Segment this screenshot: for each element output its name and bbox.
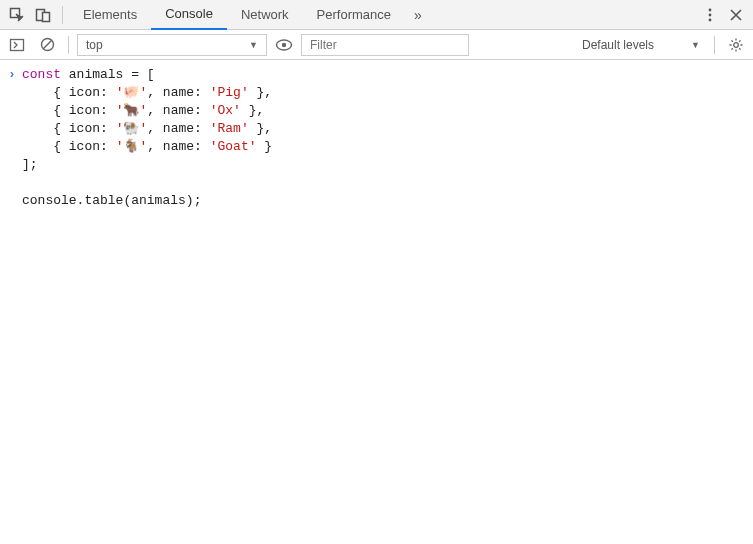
- svg-line-8: [43, 40, 51, 48]
- divider: [62, 6, 63, 24]
- tab-elements[interactable]: Elements: [69, 0, 151, 30]
- svg-point-4: [709, 13, 712, 16]
- log-levels-selector[interactable]: Default levels ▼: [576, 34, 706, 56]
- kebab-menu-icon[interactable]: [697, 0, 723, 30]
- context-label: top: [86, 38, 103, 52]
- svg-rect-2: [43, 12, 50, 21]
- toggle-sidebar-icon[interactable]: [4, 30, 30, 60]
- svg-point-5: [709, 18, 712, 21]
- prompt-chevron-icon: ›: [8, 66, 22, 210]
- devtools-tabbar: ElementsConsoleNetworkPerformance »: [0, 0, 753, 30]
- more-tabs-button[interactable]: »: [405, 0, 431, 30]
- svg-point-10: [282, 42, 286, 46]
- device-toggle-icon[interactable]: [30, 0, 56, 30]
- divider: [68, 36, 69, 54]
- context-selector[interactable]: top ▼: [77, 34, 267, 56]
- divider: [714, 36, 715, 54]
- close-devtools-icon[interactable]: [723, 0, 749, 30]
- settings-gear-icon[interactable]: [723, 30, 749, 60]
- clear-console-icon[interactable]: [34, 30, 60, 60]
- live-expression-icon[interactable]: [271, 30, 297, 60]
- filter-input[interactable]: [301, 34, 469, 56]
- svg-point-3: [709, 8, 712, 11]
- inspect-element-icon[interactable]: [4, 0, 30, 30]
- svg-point-11: [734, 42, 739, 47]
- chevron-down-icon: ▼: [249, 40, 258, 50]
- tab-performance[interactable]: Performance: [303, 0, 405, 30]
- tab-network[interactable]: Network: [227, 0, 303, 30]
- console-toolbar: top ▼ Default levels ▼: [0, 30, 753, 60]
- chevron-down-icon: ▼: [691, 40, 700, 50]
- console-output[interactable]: › const animals = [ { icon: '🐖', name: '…: [0, 60, 753, 210]
- tab-console[interactable]: Console: [151, 0, 227, 30]
- levels-label: Default levels: [582, 38, 654, 52]
- console-input-line: › const animals = [ { icon: '🐖', name: '…: [0, 66, 753, 210]
- code-content: const animals = [ { icon: '🐖', name: 'Pi…: [22, 66, 272, 210]
